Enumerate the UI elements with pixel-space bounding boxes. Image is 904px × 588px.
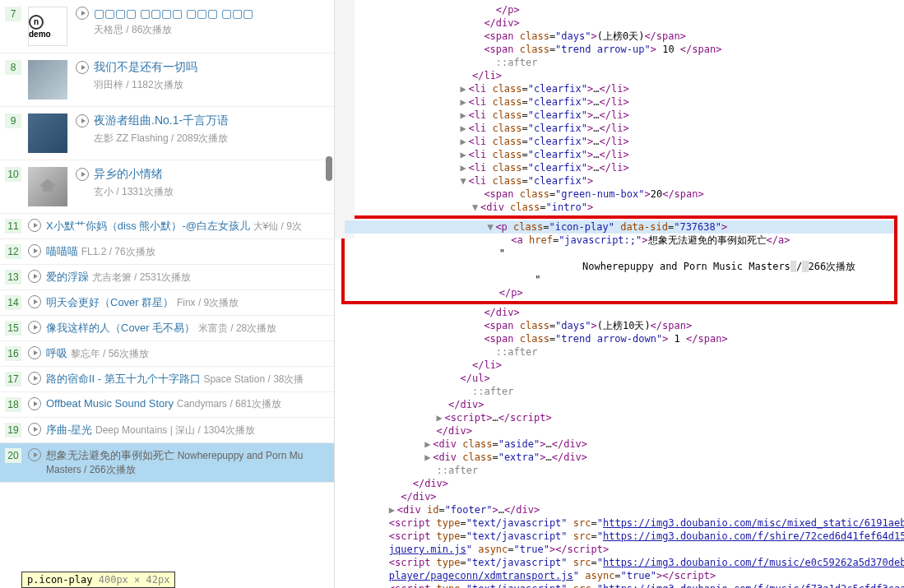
song-thumbnail[interactable] bbox=[28, 113, 67, 153]
play-icon[interactable] bbox=[28, 346, 41, 359]
code-line[interactable]: </li> bbox=[341, 359, 897, 372]
song-list-panel: 7ndemo▢▢▢▢ ▢▢▢▢ ▢▢▢ ▢▢▢天格思 / 86次播放8我们不是还… bbox=[0, 0, 335, 588]
song-item[interactable]: 17路的宿命II - 第五十九个十字路口 Space Station / 38次… bbox=[0, 367, 334, 392]
song-title[interactable]: ▢▢▢▢ ▢▢▢▢ ▢▢▢ ▢▢▢ bbox=[94, 7, 253, 20]
code-line[interactable]: </div> bbox=[341, 16, 897, 30]
code-line[interactable]: </p> bbox=[345, 286, 894, 299]
song-title[interactable]: Offbeat Music Sound Story bbox=[46, 397, 174, 410]
code-line[interactable]: ::after bbox=[341, 345, 897, 359]
song-item[interactable]: 15像我这样的人（Cover 毛不易） 米富贵 / 28次播放 bbox=[0, 316, 334, 341]
code-line[interactable]: <span class="trend arrow-down"> 1 </span… bbox=[341, 332, 897, 345]
code-line[interactable]: ::after bbox=[341, 385, 897, 398]
play-icon[interactable] bbox=[76, 7, 89, 20]
code-line[interactable]: ▶<li class="clearfix">…</li> bbox=[341, 122, 897, 135]
song-item[interactable]: 14明天会更好（Cover 群星） Finx / 9次播放 bbox=[0, 290, 334, 316]
play-icon[interactable] bbox=[28, 321, 41, 334]
code-line[interactable]: <span class="days">(上榜10天)</span> bbox=[341, 319, 897, 332]
code-line[interactable]: ▶<div class="extra">…</div> bbox=[341, 451, 897, 464]
code-line[interactable]: <span class="green-num-box">20</span> bbox=[341, 188, 897, 201]
song-title[interactable]: 路的宿命II - 第五十九个十字路口 bbox=[46, 373, 201, 385]
song-item[interactable]: 13爱的浮躁 尤吉老箫 / 2531次播放 bbox=[0, 265, 334, 290]
song-title[interactable]: 像我这样的人（Cover 毛不易） bbox=[46, 322, 195, 334]
rank-badge: 14 bbox=[5, 295, 21, 310]
code-line[interactable]: " bbox=[345, 273, 894, 286]
song-item[interactable]: 10异乡的小情绪玄小 / 1331次播放 bbox=[0, 160, 334, 214]
play-icon[interactable] bbox=[28, 244, 41, 257]
code-line[interactable]: </p> bbox=[341, 3, 897, 16]
song-title[interactable]: 异乡的小情绪 bbox=[94, 167, 163, 182]
code-line[interactable]: </div> bbox=[341, 490, 897, 503]
scrollbar[interactable] bbox=[326, 0, 334, 588]
code-line[interactable]: <span class="days">(上榜0天)</span> bbox=[341, 30, 897, 43]
play-icon[interactable] bbox=[28, 295, 41, 308]
play-icon[interactable] bbox=[76, 114, 89, 127]
song-thumbnail[interactable]: ndemo bbox=[28, 7, 67, 46]
song-item[interactable]: 9夜游者组曲.No.1-千言万语左影 ZZ Flashing / 2089次播放 bbox=[0, 107, 334, 160]
play-icon[interactable] bbox=[28, 448, 41, 461]
code-line[interactable]: </div> bbox=[341, 477, 897, 490]
code-line[interactable]: Nowherepuppy and Porn Music Masters / 26… bbox=[345, 260, 894, 273]
song-item[interactable]: 16呼吸 黎忘年 / 56次播放 bbox=[0, 341, 334, 367]
song-title[interactable]: 喵喵喵 bbox=[46, 245, 78, 257]
code-line[interactable]: <script type="text/javascript" src="http… bbox=[341, 582, 897, 588]
play-icon[interactable] bbox=[28, 270, 41, 283]
code-line[interactable]: ▶<li class="clearfix">…</li> bbox=[341, 148, 897, 161]
code-line[interactable]: <script type="text/javascript" src="http… bbox=[341, 556, 897, 569]
code-line[interactable]: ▶<li class="clearfix">…</li> bbox=[341, 161, 897, 174]
play-icon[interactable] bbox=[28, 372, 41, 385]
song-title[interactable]: 夜游者组曲.No.1-千言万语 bbox=[94, 113, 229, 128]
song-item[interactable]: 11X小默艹你妈（diss 熊小默）-@白左女孩儿 大¥仙 / 9次 bbox=[0, 214, 334, 239]
song-item[interactable]: 12喵喵喵 FL1.2 / 76次播放 bbox=[0, 239, 334, 265]
code-line[interactable]: <script type="text/javascript" src="http… bbox=[341, 516, 897, 530]
song-title[interactable]: 呼吸 bbox=[46, 347, 67, 359]
song-item[interactable]: 7ndemo▢▢▢▢ ▢▢▢▢ ▢▢▢ ▢▢▢天格思 / 86次播放 bbox=[0, 0, 334, 53]
code-line[interactable]: </div> bbox=[341, 306, 897, 319]
code-line[interactable]: ▼<p class="icon-play" data-sid="737638"> bbox=[345, 220, 894, 234]
code-line[interactable]: ::after bbox=[341, 464, 897, 477]
code-line[interactable]: ▶<div id="footer">…</div> bbox=[341, 503, 897, 516]
code-line[interactable]: ▶<li class="clearfix">…</li> bbox=[341, 95, 897, 109]
code-line[interactable]: " bbox=[345, 247, 894, 260]
code-line[interactable]: ::after bbox=[341, 56, 897, 69]
code-line[interactable]: ▶<li class="clearfix">…</li> bbox=[341, 82, 897, 95]
code-line[interactable]: <a href="javascript:;">想象无法避免的事例如死亡</a> bbox=[345, 234, 894, 247]
song-title[interactable]: 序曲-星光 bbox=[46, 424, 92, 436]
rank-badge: 16 bbox=[5, 346, 21, 361]
code-line[interactable]: ▶<li class="clearfix">…</li> bbox=[341, 109, 897, 122]
scrollbar-thumb[interactable] bbox=[326, 156, 332, 181]
code-line[interactable]: ▼<li class="clearfix"> bbox=[341, 174, 897, 188]
song-thumbnail[interactable] bbox=[28, 60, 67, 100]
song-title[interactable]: 想象无法避免的事例如死亡 bbox=[46, 449, 174, 461]
play-icon[interactable] bbox=[76, 61, 89, 74]
code-line[interactable]: ▶<script>…</script> bbox=[341, 411, 897, 424]
song-meta: 尤吉老箫 / 2531次播放 bbox=[92, 271, 192, 283]
highlighted-inspection-box: ▼<p class="icon-play" data-sid="737638">… bbox=[341, 215, 897, 304]
rank-badge: 17 bbox=[5, 372, 21, 387]
devtools-elements-panel[interactable]: </p> </div> <span class="days">(上榜0天)</s… bbox=[335, 0, 904, 588]
song-title[interactable]: 我们不是还有一切吗 bbox=[94, 60, 197, 75]
play-icon[interactable] bbox=[28, 219, 41, 232]
code-line[interactable]: ▶<div class="aside">…</div> bbox=[341, 438, 897, 451]
song-thumbnail[interactable] bbox=[28, 167, 67, 206]
code-line[interactable]: jquery.min.js" async="true"></script> bbox=[341, 543, 897, 556]
song-title[interactable]: X小默艹你妈（diss 熊小默）-@白左女孩儿 bbox=[46, 220, 250, 232]
song-item[interactable]: 19序曲-星光 Deep Mountains | 深山 / 1304次播放 bbox=[0, 418, 334, 443]
song-title[interactable]: 爱的浮躁 bbox=[46, 271, 89, 283]
code-line[interactable]: </li> bbox=[341, 69, 897, 82]
code-line[interactable]: <script type="text/javascript" src="http… bbox=[341, 530, 897, 543]
code-line[interactable]: ▼<div class="intro"> bbox=[341, 201, 897, 214]
code-line[interactable]: <span class="trend arrow-up"> 10 </span> bbox=[341, 43, 897, 56]
song-item[interactable]: 18Offbeat Music Sound Story Candymars / … bbox=[0, 392, 334, 418]
code-line[interactable]: ▶<li class="clearfix">…</li> bbox=[341, 135, 897, 148]
song-item[interactable]: 20想象无法避免的事例如死亡 Nowherepuppy and Porn Mu … bbox=[0, 443, 334, 483]
code-line[interactable]: </ul> bbox=[341, 372, 897, 385]
play-icon[interactable] bbox=[28, 423, 41, 436]
play-icon[interactable] bbox=[28, 397, 41, 410]
code-line[interactable]: </div> bbox=[341, 424, 897, 438]
song-item[interactable]: 8我们不是还有一切吗羽田梓 / 1182次播放 bbox=[0, 53, 334, 107]
code-line[interactable]: </div> bbox=[341, 398, 897, 411]
song-title[interactable]: 明天会更好（Cover 群星） bbox=[46, 296, 174, 308]
song-meta: Finx / 9次播放 bbox=[177, 297, 239, 308]
play-icon[interactable] bbox=[76, 168, 89, 181]
code-line[interactable]: player/pageconn/xdmtransport.js" async="… bbox=[341, 569, 897, 582]
